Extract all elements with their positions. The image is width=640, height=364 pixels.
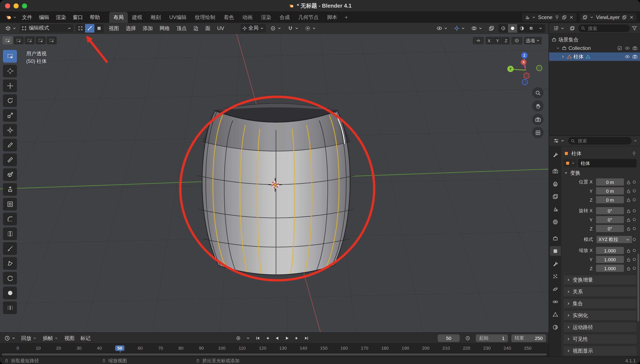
shading-options-dropdown[interactable] bbox=[536, 24, 545, 32]
transform-orientation-dropdown[interactable]: 全局 bbox=[240, 24, 266, 32]
workspace-tab[interactable]: UV编辑 bbox=[165, 12, 191, 23]
remove-viewlayer-icon[interactable] bbox=[629, 15, 634, 20]
pin-icon[interactable] bbox=[631, 151, 636, 156]
tool-edge-slide[interactable] bbox=[3, 302, 17, 314]
vertex-select-button[interactable] bbox=[76, 24, 85, 32]
workspace-tab[interactable]: 渲染 bbox=[257, 12, 275, 23]
rotation-mode-dropdown[interactable]: XYZ 欧拉 bbox=[596, 236, 632, 243]
exclude-checkbox-icon[interactable] bbox=[617, 46, 622, 51]
lock-icon[interactable] bbox=[625, 266, 632, 271]
outliner-search-input[interactable] bbox=[587, 25, 627, 31]
options-dropdown[interactable]: 选项 bbox=[524, 37, 542, 44]
menubar-item[interactable]: 帮助 bbox=[86, 12, 103, 23]
chevron-down-icon[interactable] bbox=[556, 46, 560, 50]
panel-section-header[interactable]: 变换增量 bbox=[564, 275, 636, 284]
scrollbar-handle[interactable] bbox=[2, 354, 547, 356]
workspace-tab[interactable]: 几何节点 bbox=[294, 12, 323, 23]
menubar-item[interactable]: 渲染 bbox=[53, 12, 69, 23]
mirror-axis-button[interactable]: X bbox=[486, 37, 493, 44]
outliner-row-collection[interactable]: Collection bbox=[549, 44, 640, 52]
panel-section-header[interactable]: 视图显示 bbox=[564, 346, 636, 356]
value-field[interactable]: 0 m bbox=[596, 178, 624, 186]
tool-smooth[interactable] bbox=[3, 287, 17, 299]
object-browse-button[interactable] bbox=[564, 159, 576, 168]
select-invert-button[interactable] bbox=[36, 36, 46, 44]
add-workspace-button[interactable]: + bbox=[341, 14, 351, 20]
tool-transform[interactable] bbox=[3, 124, 17, 136]
menubar-item[interactable]: 编辑 bbox=[36, 12, 53, 23]
close-window-button[interactable] bbox=[5, 4, 10, 8]
outliner-row-scene-collection[interactable]: 场景集合 bbox=[549, 36, 640, 44]
viewport-menu-item[interactable]: 边 bbox=[190, 22, 202, 34]
titlebar[interactable]: * 无标题 - Blender 4.1 bbox=[0, 0, 640, 12]
select-set-button[interactable] bbox=[3, 36, 13, 44]
unlink-scene-icon[interactable] bbox=[569, 15, 574, 20]
object-name-field[interactable]: 柱体 bbox=[578, 159, 636, 168]
navigation-gizmo[interactable]: Z X Y bbox=[506, 49, 545, 88]
edge-select-button[interactable] bbox=[85, 24, 94, 32]
animate-dot[interactable] bbox=[632, 209, 636, 212]
value-field[interactable]: 1.000 bbox=[596, 256, 624, 263]
workspace-tab[interactable]: 脚本 bbox=[323, 12, 341, 23]
timeline-menu-item[interactable]: 标记 bbox=[77, 332, 94, 344]
zoom-button[interactable] bbox=[532, 87, 543, 98]
lock-icon[interactable] bbox=[625, 180, 632, 184]
timeline-ruler[interactable]: 0 10 20 30 40 50 60 70 80 90 100 11 bbox=[0, 343, 549, 352]
jump-to-start-button[interactable] bbox=[253, 334, 263, 342]
tab-scene[interactable] bbox=[550, 204, 561, 214]
outliner-row-cylinder[interactable]: 柱体 bbox=[549, 52, 640, 61]
tool-scale[interactable] bbox=[3, 109, 17, 122]
workspace-tab[interactable]: 雕刻 bbox=[146, 12, 165, 23]
gizmo-y-neg[interactable] bbox=[537, 65, 542, 71]
tab-physics[interactable] bbox=[550, 284, 561, 294]
mirror-button[interactable] bbox=[473, 37, 484, 44]
timeline-menu-item[interactable]: 回放 bbox=[18, 332, 40, 344]
menubar-item[interactable]: 文件 bbox=[19, 12, 36, 23]
pan-hand-button[interactable] bbox=[532, 100, 543, 112]
next-keyframe-button[interactable] bbox=[292, 334, 301, 342]
tool-move[interactable] bbox=[3, 80, 17, 92]
blender-menu-button[interactable] bbox=[4, 14, 19, 21]
tool-cursor[interactable] bbox=[3, 65, 17, 77]
panel-section-header[interactable]: 可见性 bbox=[564, 334, 636, 344]
viewport-menu-item[interactable]: UV bbox=[214, 22, 228, 34]
tool-poly-build[interactable] bbox=[3, 257, 17, 270]
tool-add-cube[interactable] bbox=[3, 168, 17, 181]
play-button[interactable] bbox=[282, 334, 292, 342]
rendered-shading-button[interactable] bbox=[527, 24, 536, 32]
panel-section-header[interactable]: 实例化 bbox=[564, 311, 636, 320]
tool-loop-cut[interactable] bbox=[3, 228, 17, 240]
3d-viewport-canvas[interactable]: XYZ 选项 用户透视 (50) 柱体 bbox=[0, 34, 549, 332]
show-overlays-button[interactable] bbox=[469, 24, 484, 32]
proportional-edit-button[interactable] bbox=[303, 24, 318, 32]
tab-object[interactable] bbox=[550, 246, 561, 256]
pin-icon[interactable] bbox=[554, 15, 560, 20]
tab-world[interactable] bbox=[550, 217, 561, 226]
workspace-tab[interactable]: 动画 bbox=[238, 12, 257, 23]
chevron-down-icon[interactable] bbox=[633, 139, 637, 143]
auto-keying-dropdown[interactable] bbox=[243, 334, 253, 342]
workspace-tab[interactable]: 着色 bbox=[220, 12, 238, 23]
tool-knife[interactable] bbox=[3, 242, 17, 255]
gizmo-z-neg[interactable] bbox=[522, 79, 528, 85]
tool-measure[interactable] bbox=[3, 154, 17, 166]
mirror-axis-button[interactable]: Y bbox=[494, 37, 501, 44]
lock-icon[interactable] bbox=[625, 226, 632, 231]
disable-render-camera-icon[interactable] bbox=[632, 46, 637, 51]
animate-dot[interactable] bbox=[632, 238, 636, 241]
timeline-menu-item[interactable]: 插帧 bbox=[40, 332, 61, 344]
lock-icon[interactable] bbox=[625, 208, 632, 213]
tool-inset-faces[interactable] bbox=[3, 198, 17, 210]
tab-particles[interactable] bbox=[550, 272, 561, 281]
new-viewlayer-icon[interactable] bbox=[622, 15, 627, 20]
value-field[interactable]: 0 m bbox=[596, 187, 624, 194]
tab-collection[interactable] bbox=[550, 233, 561, 243]
auto-keying-button[interactable] bbox=[234, 334, 243, 342]
value-field[interactable]: 0° bbox=[596, 225, 624, 232]
viewport-menu-item[interactable]: 选择 bbox=[122, 22, 139, 34]
properties-editor-type-button[interactable] bbox=[552, 136, 566, 145]
scene-selector[interactable]: Scene bbox=[522, 13, 576, 22]
show-gizmo-button[interactable] bbox=[452, 24, 467, 32]
tool-extrude-region[interactable] bbox=[3, 183, 17, 196]
viewport-menu-item[interactable]: 视图 bbox=[105, 22, 122, 34]
